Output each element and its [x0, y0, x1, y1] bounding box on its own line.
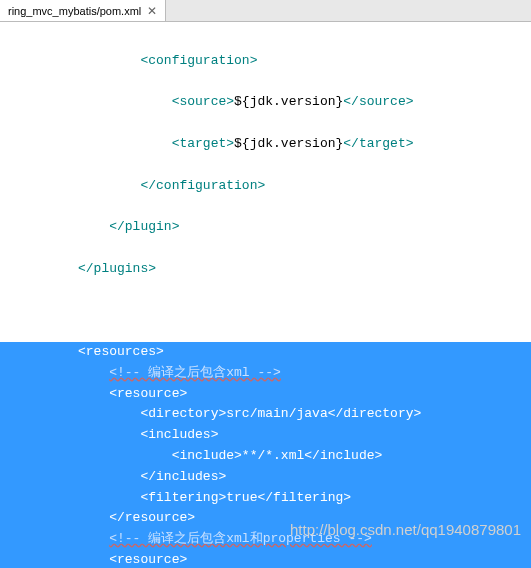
- xml-tag: <resource>: [109, 552, 187, 567]
- xml-tag: <filtering>: [140, 490, 226, 505]
- xml-tag: </includes>: [140, 469, 226, 484]
- xml-text: **/*.xml: [242, 448, 304, 463]
- xml-comment: <!-- 编译之后包含xml和properties -->: [109, 531, 372, 546]
- xml-tag: <target>: [172, 136, 234, 151]
- tab-bar: ring_mvc_mybatis/pom.xml ✕: [0, 0, 531, 22]
- xml-tag: </plugin>: [109, 219, 179, 234]
- xml-tag: <include>: [172, 448, 242, 463]
- xml-text: ${jdk.version}: [234, 136, 343, 151]
- xml-text: src/main/java: [226, 406, 327, 421]
- code-editor[interactable]: <configuration> <source>${jdk.version}</…: [0, 22, 531, 568]
- close-icon[interactable]: ✕: [147, 4, 157, 18]
- xml-tag: </resource>: [109, 510, 195, 525]
- xml-tag: <source>: [172, 94, 234, 109]
- xml-tag: <resource>: [109, 386, 187, 401]
- xml-tag: </configuration>: [140, 178, 265, 193]
- xml-tag: <resources>: [78, 344, 164, 359]
- xml-comment: <!-- 编译之后包含xml -->: [109, 365, 281, 380]
- xml-tag: </filtering>: [257, 490, 351, 505]
- xml-tag: </directory>: [328, 406, 422, 421]
- xml-tag: <configuration>: [140, 53, 257, 68]
- xml-tag: </source>: [343, 94, 413, 109]
- tab-label: ring_mvc_mybatis/pom.xml: [8, 5, 141, 17]
- xml-tag: <directory>: [140, 406, 226, 421]
- xml-tag: </target>: [343, 136, 413, 151]
- xml-tag: </include>: [304, 448, 382, 463]
- xml-tag: <includes>: [140, 427, 218, 442]
- file-tab[interactable]: ring_mvc_mybatis/pom.xml ✕: [0, 0, 166, 21]
- xml-tag: </plugins>: [78, 261, 156, 276]
- xml-text: true: [226, 490, 257, 505]
- xml-text: ${jdk.version}: [234, 94, 343, 109]
